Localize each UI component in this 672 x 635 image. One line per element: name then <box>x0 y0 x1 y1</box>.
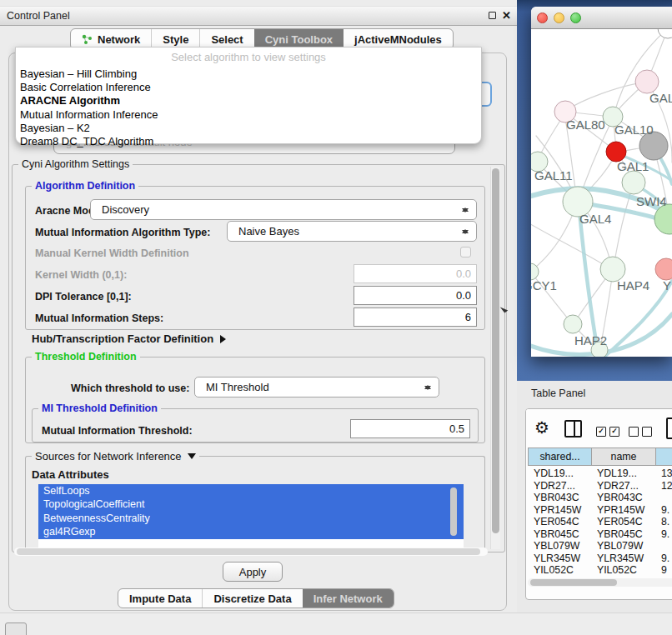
node-label: SWI4 <box>636 194 667 208</box>
table-hscrollbar-thumb[interactable] <box>530 579 617 586</box>
attributes-scrollbar-thumb[interactable] <box>450 488 457 536</box>
mi-threshold-field[interactable]: 0.5 <box>350 419 470 438</box>
zoom-traffic-light[interactable] <box>570 12 581 23</box>
network-node-salmon[interactable] <box>655 258 672 280</box>
select-all-columns-icon[interactable]: ✓✓ <box>596 423 623 438</box>
node-label: Y <box>663 278 671 292</box>
control-panel-title: Control Panel <box>0 10 70 22</box>
node-label: GAL80 <box>566 118 605 132</box>
node-label: GAL <box>649 91 672 105</box>
list-item[interactable]: BetweennessCentrality <box>38 512 464 525</box>
column-header-shared[interactable]: shared... <box>529 448 592 465</box>
node-label: GAL4 <box>579 212 611 226</box>
minimize-traffic-light[interactable] <box>554 12 564 23</box>
deselect-all-columns-icon[interactable] <box>629 423 655 438</box>
mi-threshold-label: Mutual Information Threshold: <box>42 425 193 437</box>
mi-steps-field[interactable]: 6 <box>354 308 477 327</box>
network-node-swi4[interactable] <box>622 171 645 194</box>
menu-item[interactable]: Bayesian – K2 <box>16 122 481 135</box>
table-body: YDL19...YDL19...13 YDR27...YDR27...12 YB… <box>528 468 672 576</box>
screenshot-root: Control Panel ✕ Network Style Select Cyn… <box>0 0 672 635</box>
which-threshold-label: Which threshold to use: <box>71 382 189 394</box>
menu-item[interactable]: Mutual Information Inference <box>16 108 481 122</box>
list-item[interactable]: gal4RGexp <box>38 525 464 538</box>
tab-discretize-data[interactable]: Discretize Data <box>202 589 302 608</box>
hub-definition-label: Hub/Transcription Factor Definition <box>32 332 213 345</box>
table-panel-region: Table Panel ⚙ ✓✓ shared... name <box>517 381 672 612</box>
which-threshold-combobox[interactable]: MI Threshold <box>194 377 439 398</box>
network-window-titlebar[interactable] <box>531 7 672 29</box>
minimized-panel-chip[interactable] <box>5 622 27 635</box>
network-tab-icon <box>82 34 93 45</box>
network-canvas[interactable]: GAL GAL80 GAL10 GAL1 GAL11 SWI4 GAL4 GCY… <box>531 29 672 357</box>
threshold-definition-title: Threshold Definition <box>32 351 140 362</box>
dpi-tolerance-label: DPI Tolerance [0,1]: <box>35 291 132 302</box>
settings-scrollbar-thumb[interactable] <box>492 168 499 533</box>
mi-algorithm-type-label: Mutual Information Algorithm Type: <box>35 227 210 238</box>
bottom-tabbar: Impute Data Discretize Data Infer Networ… <box>118 588 394 608</box>
menu-item[interactable]: Bayesian – Hill Climbing <box>16 68 481 81</box>
cyni-algorithm-settings-title: Cyni Algorithm Settings <box>18 158 133 170</box>
table-header-row: shared... name <box>528 448 672 466</box>
kernel-width-field[interactable]: 0.0 <box>354 264 477 283</box>
table-row[interactable]: YPR145WYPR145W9. <box>528 504 672 517</box>
list-item[interactable]: TopologicalCoefficient <box>38 498 464 511</box>
combo-spinner-icon <box>462 226 469 238</box>
table-row[interactable]: YLR345WYLR345W9. <box>528 552 672 565</box>
table-row[interactable]: YIL052CYIL052C9 <box>528 564 672 576</box>
table-panel-title: Table Panel <box>531 388 585 399</box>
gear-icon[interactable]: ⚙ <box>534 419 549 436</box>
node-label: GAL1 <box>617 159 649 173</box>
data-attributes-list: SelfLoops TopologicalCoefficient Between… <box>38 484 464 548</box>
menu-item[interactable]: Dream8 DC_TDC Algorithm <box>16 135 481 148</box>
menu-item-selected[interactable]: ARACNE Algorithm <box>16 94 481 108</box>
network-window: GAL GAL80 GAL10 GAL1 GAL11 SWI4 GAL4 GCY… <box>531 7 672 357</box>
tab-infer-network[interactable]: Infer Network <box>303 589 394 608</box>
table-toolbar: ⚙ ✓✓ <box>526 409 672 448</box>
data-attributes-label: Data Attributes <box>32 468 109 481</box>
new-table-icon[interactable] <box>666 418 672 439</box>
algorithm-menu-placeholder: Select algorithm to view settings <box>16 48 481 68</box>
aracne-mode-combobox[interactable]: Discovery <box>90 199 477 220</box>
node-label: HAP2 <box>574 333 607 348</box>
mi-steps-label: Mutual Information Steps: <box>35 312 163 324</box>
float-window-icon[interactable] <box>489 12 496 19</box>
table-row[interactable]: YBR045CYBR045C9. <box>528 528 672 541</box>
tab-impute-data[interactable]: Impute Data <box>118 589 202 608</box>
close-icon[interactable]: ✕ <box>502 11 511 21</box>
columns-icon[interactable] <box>564 420 582 438</box>
node-label: GAL11 <box>534 168 573 182</box>
hub-definition-expander[interactable]: Hub/Transcription Factor Definition <box>32 332 226 345</box>
table-row[interactable]: YER054CYER054C8. <box>528 516 672 528</box>
settings-hscrollbar-thumb[interactable] <box>17 548 480 555</box>
kernel-width-label: Kernel Width (0,1): <box>35 269 127 281</box>
network-node[interactable] <box>658 29 672 38</box>
combo-spinner-icon <box>462 204 469 216</box>
collapse-down-icon <box>188 453 196 459</box>
network-graph: GAL GAL80 GAL10 GAL1 GAL11 SWI4 GAL4 GCY… <box>531 29 672 357</box>
mi-algorithm-type-combobox[interactable]: Naive Bayes <box>227 221 477 242</box>
sources-title-row[interactable]: Sources for Network Inference <box>32 450 199 462</box>
node-label: GAL10 <box>614 122 654 137</box>
table-row[interactable]: YBL079WYBL079W <box>528 540 672 552</box>
table-row[interactable]: YDR27...YDR27...12 <box>528 480 672 492</box>
table-row[interactable]: YDL19...YDL19...13 <box>528 468 672 480</box>
node-label: GCY1 <box>531 278 557 292</box>
menu-item[interactable]: Basic Correlation Inference <box>16 81 481 94</box>
apply-button[interactable]: Apply <box>223 562 283 582</box>
list-item[interactable]: SelfLoops <box>38 484 464 498</box>
bottom-strip <box>0 612 672 635</box>
table-row[interactable]: YBR043CYBR043C <box>528 492 672 504</box>
close-traffic-light[interactable] <box>537 12 548 23</box>
table-panel-box: ⚙ ✓✓ shared... name YDL19...YDL19...13 Y… <box>525 408 672 600</box>
manual-kernel-width-checkbox[interactable] <box>460 247 471 258</box>
network-node[interactable] <box>635 70 659 93</box>
network-node-hap2[interactable] <box>564 315 582 333</box>
sources-title: Sources for Network Inference <box>35 450 182 462</box>
dpi-tolerance-field[interactable]: 0.0 <box>354 286 477 305</box>
mi-threshold-group-title: MI Threshold Definition <box>38 402 161 414</box>
column-header-extra[interactable] <box>656 448 672 465</box>
manual-kernel-width-label: Manual Kernel Width Definition <box>35 248 189 259</box>
column-header-name[interactable]: name <box>592 448 656 465</box>
control-panel-titlebar: Control Panel <box>0 6 518 26</box>
